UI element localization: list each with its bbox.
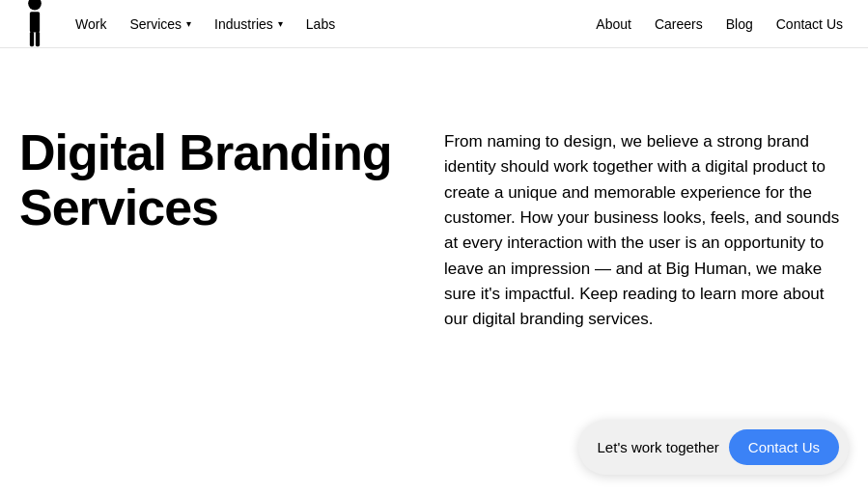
description-text: From naming to design, we believe a stro… <box>444 129 849 333</box>
cta-banner: Let's work together Contact Us <box>578 420 849 475</box>
nav-item-industries[interactable]: Industries ▾ <box>205 11 293 38</box>
svg-rect-2 <box>30 31 34 45</box>
cta-contact-button[interactable]: Contact Us <box>729 429 839 465</box>
main-content: Digital Branding Services From naming to… <box>0 48 868 371</box>
svg-rect-3 <box>36 31 40 45</box>
nav-item-about[interactable]: About <box>586 11 641 38</box>
nav-right: About Careers Blog Contact Us <box>586 11 853 38</box>
navbar: Work Services ▾ Industries ▾ Labs About … <box>0 0 868 48</box>
nav-item-blog[interactable]: Blog <box>716 11 763 38</box>
svg-rect-1 <box>30 12 40 32</box>
right-section: From naming to design, we believe a stro… <box>444 125 849 333</box>
svg-point-0 <box>28 0 42 10</box>
nav-item-careers[interactable]: Careers <box>645 11 713 38</box>
nav-item-work[interactable]: Work <box>66 11 116 38</box>
page-title: Digital Branding Services <box>19 125 406 235</box>
nav-item-labs[interactable]: Labs <box>296 11 345 38</box>
nav-left: Work Services ▾ Industries ▾ Labs <box>15 0 345 53</box>
chevron-down-icon: ▾ <box>278 18 283 29</box>
nav-item-services[interactable]: Services ▾ <box>120 11 201 38</box>
chevron-down-icon: ▾ <box>186 18 191 29</box>
cta-text: Let's work together <box>598 439 719 455</box>
nav-item-contact[interactable]: Contact Us <box>767 11 853 38</box>
logo[interactable] <box>15 0 54 53</box>
left-section: Digital Branding Services <box>19 125 406 333</box>
